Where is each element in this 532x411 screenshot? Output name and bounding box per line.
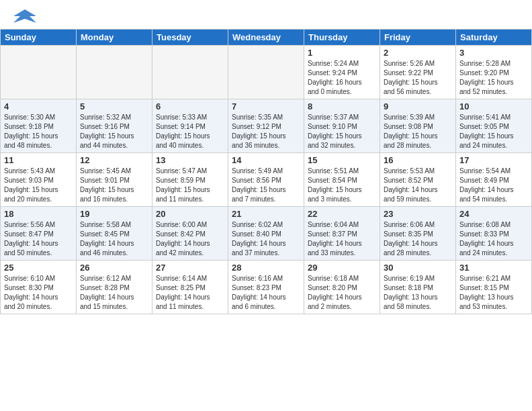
day-info: Sunrise: 5:30 AMSunset: 9:18 PMDaylight:… xyxy=(4,113,73,150)
day-number: 16 xyxy=(384,155,452,165)
day-info: Sunrise: 5:58 AMSunset: 8:45 PMDaylight:… xyxy=(80,220,148,258)
page-header xyxy=(0,0,532,29)
day-number: 9 xyxy=(384,101,452,111)
calendar-cell: 13Sunrise: 5:47 AMSunset: 8:59 PMDayligh… xyxy=(152,153,228,207)
calendar-cell: 2Sunrise: 5:26 AMSunset: 9:22 PMDaylight… xyxy=(380,46,456,99)
day-number: 21 xyxy=(232,209,300,219)
day-number: 2 xyxy=(384,48,452,58)
day-info: Sunrise: 5:51 AMSunset: 8:54 PMDaylight:… xyxy=(308,167,376,204)
day-info: Sunrise: 5:43 AMSunset: 9:03 PMDaylight:… xyxy=(4,167,73,204)
day-number: 19 xyxy=(80,209,148,219)
day-number: 3 xyxy=(459,48,528,58)
calendar-cell: 20Sunrise: 6:00 AMSunset: 8:42 PMDayligh… xyxy=(152,207,228,261)
day-number: 27 xyxy=(156,263,224,273)
calendar-cell: 28Sunrise: 6:16 AMSunset: 8:23 PMDayligh… xyxy=(228,261,304,314)
day-number: 23 xyxy=(384,209,452,219)
day-info: Sunrise: 6:14 AMSunset: 8:25 PMDaylight:… xyxy=(156,274,224,312)
day-info: Sunrise: 6:21 AMSunset: 8:15 PMDaylight:… xyxy=(459,274,528,312)
day-number: 7 xyxy=(232,101,300,111)
calendar-cell: 14Sunrise: 5:49 AMSunset: 8:56 PMDayligh… xyxy=(228,153,304,207)
calendar-cell: 19Sunrise: 5:58 AMSunset: 8:45 PMDayligh… xyxy=(77,207,152,261)
day-info: Sunrise: 6:08 AMSunset: 8:33 PMDaylight:… xyxy=(459,220,528,258)
calendar-header-saturday: Saturday xyxy=(456,30,532,46)
day-number: 20 xyxy=(156,209,224,219)
calendar-cell: 27Sunrise: 6:14 AMSunset: 8:25 PMDayligh… xyxy=(152,261,228,314)
calendar-cell: 1Sunrise: 5:24 AMSunset: 9:24 PMDaylight… xyxy=(304,46,380,99)
day-number: 29 xyxy=(308,263,376,273)
calendar-cell: 30Sunrise: 6:19 AMSunset: 8:18 PMDayligh… xyxy=(380,261,456,314)
day-info: Sunrise: 5:24 AMSunset: 9:24 PMDaylight:… xyxy=(308,59,376,97)
day-number: 8 xyxy=(308,101,376,111)
calendar-cell: 18Sunrise: 5:56 AMSunset: 8:47 PMDayligh… xyxy=(1,207,77,261)
day-number: 5 xyxy=(80,101,148,111)
day-number: 28 xyxy=(232,263,300,273)
day-info: Sunrise: 5:47 AMSunset: 8:59 PMDaylight:… xyxy=(156,167,224,204)
day-info: Sunrise: 6:00 AMSunset: 8:42 PMDaylight:… xyxy=(156,220,224,258)
calendar-header-sunday: Sunday xyxy=(1,30,77,46)
calendar-cell: 25Sunrise: 6:10 AMSunset: 8:30 PMDayligh… xyxy=(1,261,77,314)
calendar-table: SundayMondayTuesdayWednesdayThursdayFrid… xyxy=(0,29,532,314)
logo-bird-icon xyxy=(13,7,36,26)
day-number: 12 xyxy=(80,155,148,165)
calendar-cell: 12Sunrise: 5:45 AMSunset: 9:01 PMDayligh… xyxy=(77,153,152,207)
calendar-week-row: 4Sunrise: 5:30 AMSunset: 9:18 PMDaylight… xyxy=(1,99,532,153)
calendar-header-wednesday: Wednesday xyxy=(228,30,304,46)
calendar-cell: 8Sunrise: 5:37 AMSunset: 9:10 PMDaylight… xyxy=(304,99,380,153)
day-info: Sunrise: 5:56 AMSunset: 8:47 PMDaylight:… xyxy=(4,220,73,258)
day-info: Sunrise: 5:41 AMSunset: 9:05 PMDaylight:… xyxy=(459,113,528,150)
day-info: Sunrise: 5:39 AMSunset: 9:08 PMDaylight:… xyxy=(384,113,452,150)
day-number: 4 xyxy=(4,101,73,111)
calendar-header-tuesday: Tuesday xyxy=(152,30,228,46)
day-number: 31 xyxy=(459,263,528,273)
calendar-cell: 16Sunrise: 5:53 AMSunset: 8:52 PMDayligh… xyxy=(380,153,456,207)
calendar-cell xyxy=(1,46,77,99)
calendar-week-row: 25Sunrise: 6:10 AMSunset: 8:30 PMDayligh… xyxy=(1,261,532,314)
svg-marker-0 xyxy=(13,9,36,23)
calendar-week-row: 18Sunrise: 5:56 AMSunset: 8:47 PMDayligh… xyxy=(1,207,532,261)
day-info: Sunrise: 6:19 AMSunset: 8:18 PMDaylight:… xyxy=(384,274,452,312)
calendar-cell: 9Sunrise: 5:39 AMSunset: 9:08 PMDaylight… xyxy=(380,99,456,153)
day-number: 26 xyxy=(80,263,148,273)
day-info: Sunrise: 6:02 AMSunset: 8:40 PMDaylight:… xyxy=(232,220,300,258)
calendar-cell: 6Sunrise: 5:33 AMSunset: 9:14 PMDaylight… xyxy=(152,99,228,153)
day-info: Sunrise: 5:37 AMSunset: 9:10 PMDaylight:… xyxy=(308,113,376,150)
calendar-cell: 26Sunrise: 6:12 AMSunset: 8:28 PMDayligh… xyxy=(77,261,152,314)
calendar-header-friday: Friday xyxy=(380,30,456,46)
day-info: Sunrise: 5:33 AMSunset: 9:14 PMDaylight:… xyxy=(156,113,224,150)
calendar-cell xyxy=(228,46,304,99)
calendar-cell: 23Sunrise: 6:06 AMSunset: 8:35 PMDayligh… xyxy=(380,207,456,261)
day-number: 6 xyxy=(156,101,224,111)
calendar-cell: 29Sunrise: 6:18 AMSunset: 8:20 PMDayligh… xyxy=(304,261,380,314)
day-number: 1 xyxy=(308,48,376,58)
calendar-cell: 11Sunrise: 5:43 AMSunset: 9:03 PMDayligh… xyxy=(1,153,77,207)
calendar-header-row: SundayMondayTuesdayWednesdayThursdayFrid… xyxy=(1,30,532,46)
day-number: 14 xyxy=(232,155,300,165)
day-number: 18 xyxy=(4,209,73,219)
day-number: 15 xyxy=(308,155,376,165)
calendar-cell: 15Sunrise: 5:51 AMSunset: 8:54 PMDayligh… xyxy=(304,153,380,207)
calendar-week-row: 1Sunrise: 5:24 AMSunset: 9:24 PMDaylight… xyxy=(1,46,532,99)
calendar-cell: 31Sunrise: 6:21 AMSunset: 8:15 PMDayligh… xyxy=(456,261,532,314)
calendar-cell: 21Sunrise: 6:02 AMSunset: 8:40 PMDayligh… xyxy=(228,207,304,261)
day-info: Sunrise: 6:10 AMSunset: 8:30 PMDaylight:… xyxy=(4,274,73,312)
day-number: 13 xyxy=(156,155,224,165)
day-number: 24 xyxy=(459,209,528,219)
calendar-cell: 17Sunrise: 5:54 AMSunset: 8:49 PMDayligh… xyxy=(456,153,532,207)
day-number: 30 xyxy=(384,263,452,273)
calendar-cell: 4Sunrise: 5:30 AMSunset: 9:18 PMDaylight… xyxy=(1,99,77,153)
day-info: Sunrise: 5:28 AMSunset: 9:20 PMDaylight:… xyxy=(459,59,528,97)
calendar-week-row: 11Sunrise: 5:43 AMSunset: 9:03 PMDayligh… xyxy=(1,153,532,207)
day-number: 17 xyxy=(459,155,528,165)
calendar-cell: 10Sunrise: 5:41 AMSunset: 9:05 PMDayligh… xyxy=(456,99,532,153)
day-number: 11 xyxy=(4,155,73,165)
calendar-cell: 7Sunrise: 5:35 AMSunset: 9:12 PMDaylight… xyxy=(228,99,304,153)
day-info: Sunrise: 6:16 AMSunset: 8:23 PMDaylight:… xyxy=(232,274,300,312)
day-info: Sunrise: 6:18 AMSunset: 8:20 PMDaylight:… xyxy=(308,274,376,312)
calendar-cell: 3Sunrise: 5:28 AMSunset: 9:20 PMDaylight… xyxy=(456,46,532,99)
day-info: Sunrise: 5:53 AMSunset: 8:52 PMDaylight:… xyxy=(384,167,452,204)
day-info: Sunrise: 6:04 AMSunset: 8:37 PMDaylight:… xyxy=(308,220,376,258)
day-number: 22 xyxy=(308,209,376,219)
calendar-header-monday: Monday xyxy=(77,30,152,46)
day-info: Sunrise: 5:35 AMSunset: 9:12 PMDaylight:… xyxy=(232,113,300,150)
day-info: Sunrise: 5:26 AMSunset: 9:22 PMDaylight:… xyxy=(384,59,452,97)
